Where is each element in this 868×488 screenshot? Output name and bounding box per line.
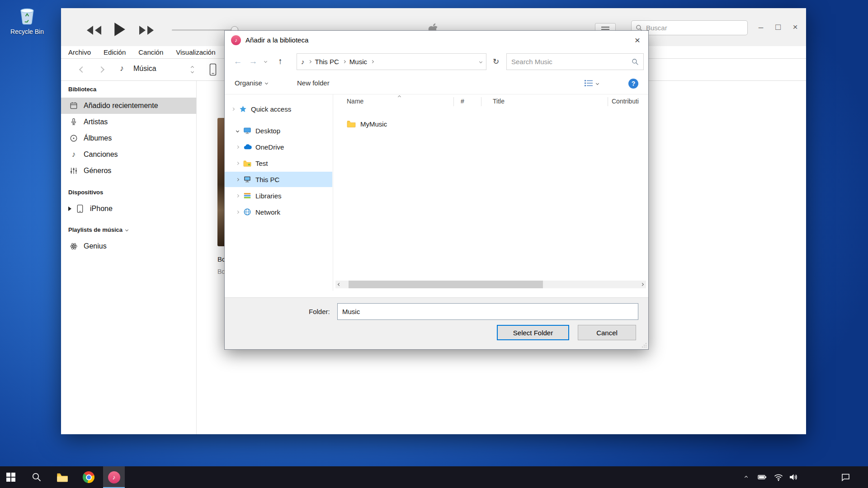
forward-icon[interactable] [98,66,104,73]
resize-grip[interactable] [642,343,647,348]
refresh-button[interactable]: ↻ [489,55,503,68]
column-divider[interactable] [608,97,608,106]
menu-edicion[interactable]: Edición [104,48,126,56]
dialog-close-button[interactable]: × [627,31,648,49]
next-track-button[interactable] [137,24,156,36]
help-button[interactable]: ? [628,79,638,89]
battery-icon [757,472,767,482]
menu-cancion[interactable]: Canción [138,48,163,56]
view-selector-button[interactable] [584,79,599,87]
sidebar-item-albums[interactable]: Álbumes [61,130,196,146]
menu-archivo[interactable]: Archivo [68,48,91,56]
music-note-icon: ♪ [69,150,78,159]
horizontal-scrollbar[interactable] [335,281,646,288]
select-folder-button[interactable]: Select Folder [497,325,569,340]
expand-chevron-icon[interactable] [231,107,235,110]
organise-button[interactable]: Organise [235,79,268,87]
address-bar[interactable]: ♪ This PC Music [297,53,486,70]
play-button[interactable] [112,21,127,38]
maximize-button[interactable]: □ [770,19,786,35]
address-dropdown-chevron-icon[interactable] [479,60,482,63]
folder-icon [347,120,356,127]
previous-track-button[interactable] [85,24,104,36]
device-icon[interactable] [209,63,217,76]
playlists-header[interactable]: Playlists de música [68,226,128,233]
scrollbar-thumb[interactable] [349,281,543,288]
folder-name-input[interactable] [337,303,638,320]
chevron-up-icon[interactable] [191,66,194,69]
action-center-button[interactable] [836,466,854,488]
recycle-bin[interactable]: Recycle Bin [8,5,46,35]
breadcrumb-chevron-icon[interactable] [343,60,346,63]
battery-tray-button[interactable] [754,466,770,488]
column-header-title[interactable]: Title [493,98,505,105]
tree-item-network[interactable]: Network [225,204,332,220]
taskbar-search-button[interactable] [26,466,47,488]
breadcrumb-chevron-icon[interactable] [308,60,311,63]
breadcrumb-this-pc[interactable]: This PC [315,58,339,66]
scroll-left-button[interactable] [335,281,343,288]
column-divider[interactable] [453,97,454,106]
nav-back-button[interactable]: ← [231,55,245,68]
expand-triangle-icon[interactable] [68,206,71,211]
tray-expand-button[interactable] [738,466,754,488]
expand-chevron-icon[interactable] [236,194,239,197]
chevron-down-icon [596,81,599,84]
sidebar-item-genius[interactable]: Genius [61,238,196,254]
file-row-mymusic[interactable]: MyMusic [333,117,648,131]
microphone-icon [69,118,78,126]
dialog-titlebar[interactable]: ♪ Añadir a la biblioteca × [225,31,648,49]
column-divider[interactable] [481,97,481,106]
expand-chevron-icon[interactable] [236,161,239,164]
window-close-button[interactable]: × [787,19,803,35]
tree-item-quick-access[interactable]: Quick access [225,101,332,117]
quick-access-star-icon [238,105,247,113]
sidebar-item-artists[interactable]: Artistas [61,114,196,130]
sidebar-item-songs[interactable]: ♪ Canciones [61,146,196,163]
tree-item-this-pc[interactable]: This PC [225,172,332,187]
back-icon[interactable] [79,66,85,73]
dialog-search-input[interactable] [511,58,628,66]
network-tray-button[interactable] [770,466,787,488]
expand-chevron-icon[interactable] [236,145,239,148]
add-to-library-dialog: ♪ Añadir a la biblioteca × ← → ↑ ♪ This … [224,30,649,350]
dialog-main: Quick access Desktop OneDrive [225,94,648,298]
chrome-icon [83,471,94,483]
itunes-taskbar-button[interactable]: ♪ [103,466,125,488]
sidebar-item-recently-added[interactable]: Añadido recientemente [61,98,196,114]
column-header-contributing[interactable]: Contributi [612,98,639,105]
minimize-button[interactable]: – [753,19,769,35]
sidebar-item-genres[interactable]: Géneros [61,163,196,179]
nav-forward-button[interactable]: → [246,55,260,68]
expand-chevron-icon[interactable] [236,178,239,181]
start-button[interactable] [0,466,22,488]
scroll-right-button[interactable] [638,281,646,288]
nav-up-button[interactable]: ↑ [274,55,287,68]
scrollbar-track[interactable] [343,281,638,288]
cancel-button[interactable]: Cancel [578,325,636,340]
chevron-down-icon[interactable] [191,70,194,73]
tree-item-onedrive[interactable]: OneDrive [225,139,332,155]
recent-locations-chevron-icon[interactable] [264,60,267,63]
tree-item-libraries[interactable]: Libraries [225,188,332,203]
chrome-button[interactable] [78,466,99,488]
volume-tray-button[interactable] [785,466,802,488]
tree-item-label: Libraries [255,192,282,200]
itunes-search-input[interactable] [646,24,743,32]
tree-item-test[interactable]: Test [225,155,332,171]
column-header-name[interactable]: Name [347,98,363,105]
column-header-number[interactable]: # [461,98,464,105]
new-folder-button[interactable]: New folder [297,79,330,87]
media-selector[interactable]: Música [133,65,156,73]
breadcrumb-music[interactable]: Music [349,58,367,66]
file-explorer-button[interactable] [52,466,73,488]
menu-visualizacion[interactable]: Visualización [176,48,215,56]
collapse-chevron-icon[interactable] [236,129,239,132]
dialog-search-box[interactable] [506,53,644,70]
volume-icon [788,472,798,482]
breadcrumb-chevron-icon[interactable] [371,60,374,63]
folder-icon [57,473,68,482]
expand-chevron-icon[interactable] [236,210,239,213]
tree-item-desktop[interactable]: Desktop [225,123,332,138]
sidebar-item-iphone[interactable]: iPhone [61,201,196,217]
